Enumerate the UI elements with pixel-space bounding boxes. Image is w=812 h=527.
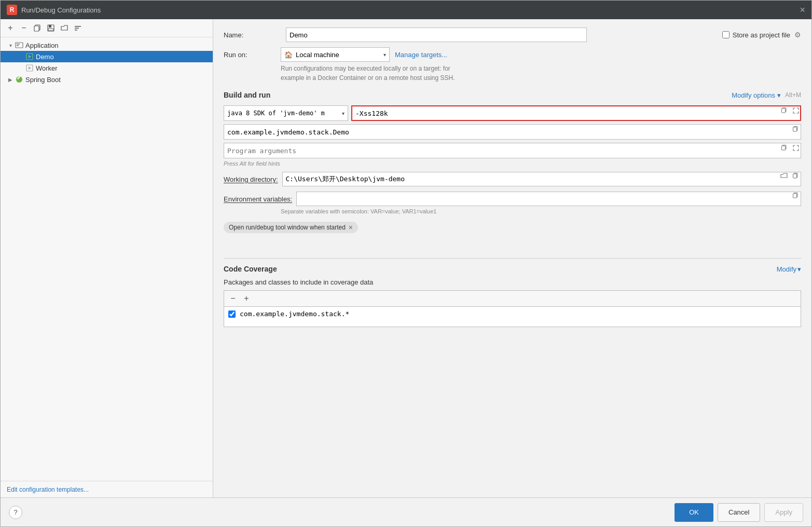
store-project-label: Store as project file (733, 31, 790, 39)
demo-run-icon (25, 52, 34, 61)
coverage-add-button[interactable]: + (241, 293, 252, 304)
vm-options-input[interactable] (351, 105, 801, 121)
vm-options-expand-icon[interactable] (793, 107, 799, 115)
code-coverage-modify-button[interactable]: Modify ▾ (777, 265, 801, 273)
working-dir-copy-icon[interactable] (793, 173, 799, 181)
store-project-checkbox-label[interactable]: Store as project file (722, 31, 790, 39)
svg-rect-3 (49, 25, 51, 28)
demo-label: Demo (36, 53, 54, 61)
apply-button[interactable]: Apply (764, 503, 803, 522)
expand-arrow-application: ▾ (7, 42, 14, 49)
save-configuration-button[interactable] (45, 22, 57, 34)
coverage-remove-button[interactable]: − (227, 293, 239, 304)
copy-configuration-button[interactable] (32, 22, 43, 34)
svg-rect-4 (48, 29, 53, 31)
tool-window-tag-close-icon[interactable]: × (349, 224, 353, 231)
configurations-tree: ▾ Application ▾ (1, 37, 213, 481)
store-project-checkbox[interactable] (722, 31, 730, 38)
vm-options-wrapper (351, 105, 801, 121)
working-dir-row: Working directory: (224, 172, 801, 186)
manage-targets-link[interactable]: Manage targets... (395, 51, 447, 59)
action-buttons: OK Cancel Apply (675, 503, 803, 522)
sort-button[interactable] (72, 22, 84, 34)
store-settings-icon[interactable]: ⚙ (794, 31, 801, 39)
modify-options-area: Modify options ▾ Alt+M (732, 91, 801, 99)
app-icon: R (7, 5, 17, 15)
main-class-copy-icon[interactable] (793, 126, 799, 134)
svg-rect-6 (75, 28, 79, 29)
spring-boot-label: Spring Boot (25, 76, 61, 84)
java-dropdown-chevron-icon: ▾ (342, 111, 345, 116)
modify-chevron-icon: ▾ (797, 265, 801, 273)
program-args-copy-icon[interactable] (781, 145, 788, 153)
vm-options-copy-icon[interactable] (781, 107, 788, 115)
dialog-title: Run/Debug Configurations (21, 6, 795, 14)
application-group-label: Application (25, 42, 59, 49)
run-on-dropdown[interactable]: 🏠 Local machine ▾ (281, 47, 390, 62)
remove-configuration-button[interactable]: − (18, 22, 30, 34)
env-vars-label: Environment variables: (224, 195, 292, 203)
main-class-input[interactable] (224, 124, 801, 140)
name-input[interactable] (286, 28, 587, 42)
left-footer: Edit configuration templates... (1, 481, 213, 497)
expand-arrow-spring-boot: ▶ (7, 76, 14, 83)
env-vars-input[interactable] (296, 192, 801, 206)
worker-run-icon (25, 64, 34, 72)
env-vars-row: Environment variables: (224, 192, 801, 206)
java-vm-row: java 8 SDK of 'jvm-demo' m ▾ (224, 105, 801, 121)
tree-group-spring-boot[interactable]: ▶ Spring Boot (1, 74, 213, 85)
env-vars-hint: Separate variables with semicolon: VAR=v… (281, 208, 801, 214)
svg-rect-10 (17, 45, 19, 46)
configurations-toolbar: + − (1, 19, 213, 37)
working-dir-label: Working directory: (224, 175, 278, 183)
java-version-dropdown[interactable]: java 8 SDK of 'jvm-demo' m ▾ (224, 105, 348, 121)
env-vars-copy-icon[interactable] (793, 193, 799, 200)
program-args-wrapper (224, 143, 801, 158)
tool-window-tag-row: Open run/debug tool window when started … (224, 222, 801, 244)
modify-options-chevron-icon: ▾ (777, 91, 781, 99)
spring-boot-icon (15, 75, 23, 84)
title-bar: R Run/Debug Configurations × (1, 1, 811, 19)
name-label: Name: (224, 31, 276, 39)
worker-label: Worker (36, 64, 58, 72)
tree-item-demo[interactable]: ▾ Demo (1, 51, 213, 62)
svg-rect-17 (793, 127, 797, 131)
add-configuration-button[interactable]: + (5, 22, 16, 34)
coverage-toolbar: − + (224, 290, 801, 306)
edit-templates-link[interactable]: Edit configuration templates... (7, 486, 89, 493)
run-on-info-text: Run configurations may be executed local… (281, 64, 801, 83)
coverage-item-checkbox[interactable] (228, 310, 236, 318)
working-dir-browse-icon[interactable] (780, 173, 788, 181)
coverage-list: com.example.jvmdemo.stack.* (224, 306, 801, 327)
coverage-item-label: com.example.jvmdemo.stack.* (240, 310, 349, 318)
dropdown-chevron-icon: ▾ (383, 52, 386, 58)
program-args-expand-icon[interactable] (793, 145, 799, 153)
application-icon (15, 41, 23, 49)
help-button[interactable]: ? (9, 506, 22, 519)
modify-options-button[interactable]: Modify options ▾ (732, 91, 781, 99)
svg-rect-19 (782, 146, 786, 150)
cancel-button[interactable]: Cancel (718, 503, 760, 522)
name-row: Name: Store as project file ⚙ (224, 28, 801, 42)
svg-rect-9 (17, 44, 20, 45)
close-button[interactable]: × (800, 5, 805, 15)
svg-rect-15 (782, 109, 786, 113)
local-machine-label: Local machine (296, 51, 339, 59)
code-coverage-header: Code Coverage Modify ▾ (224, 265, 801, 273)
build-run-header: Build and run Modify options ▾ Alt+M (224, 91, 801, 99)
svg-rect-21 (793, 174, 797, 178)
bottom-bar: ? OK Cancel Apply (1, 497, 811, 526)
tree-group-application[interactable]: ▾ Application (1, 39, 213, 51)
left-panel: + − (1, 19, 213, 497)
svg-rect-5 (75, 26, 81, 27)
coverage-item: com.example.jvmdemo.stack.* (224, 307, 801, 321)
tree-item-worker[interactable]: ▾ Worker (1, 62, 213, 74)
run-on-row: Run on: 🏠 Local machine ▾ Manage targets… (224, 47, 801, 62)
open-folder-button[interactable] (59, 22, 70, 34)
local-machine-icon: 🏠 (284, 51, 293, 59)
code-coverage-title: Code Coverage (224, 265, 277, 273)
ok-button[interactable]: OK (675, 503, 713, 522)
program-args-input[interactable] (224, 143, 801, 158)
working-dir-input[interactable] (282, 172, 801, 186)
java-version-label: java 8 SDK of 'jvm-demo' m (227, 110, 325, 117)
